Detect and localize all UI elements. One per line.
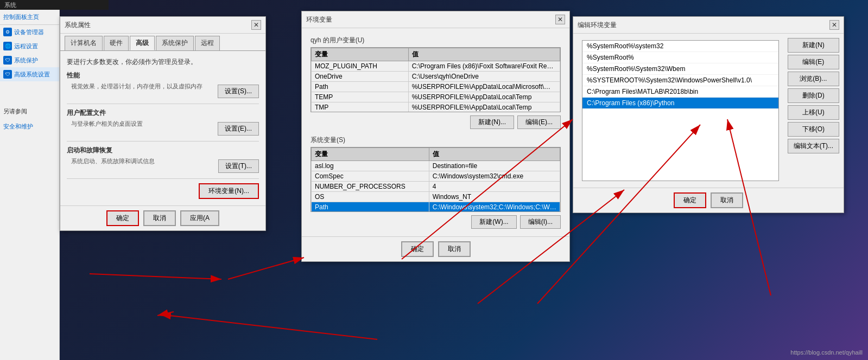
sys-props-tabs: 计算机名 硬件 高级 系统保护 远程 bbox=[60, 34, 265, 51]
sys-vars-table-container: 变量 值 asl.logDestination=fileComSpecC:\Wi… bbox=[311, 147, 561, 212]
device-manager-label: 设备管理器 bbox=[14, 28, 44, 36]
sys-vars-col-var: 变量 bbox=[312, 148, 429, 161]
remote-label: 远程设置 bbox=[14, 42, 38, 50]
edit-env-cancel-btn[interactable]: 取消 bbox=[711, 192, 743, 208]
tab-remote[interactable]: 远程 bbox=[195, 36, 220, 50]
sidebar-item-advanced[interactable]: 🛡 高级系统设置 bbox=[0, 67, 59, 81]
profile-title: 用户配置文件 bbox=[67, 108, 259, 118]
perf-section: 性能 设置(S)... 视觉效果，处理器计划，内存使用，以及虚拟内存 bbox=[67, 71, 259, 98]
advanced-icon: 🛡 bbox=[3, 70, 12, 79]
edit-env-list-item[interactable]: %SystemRoot%\system32 bbox=[582, 41, 778, 52]
watermark: https://blog.csdn.net/qyhaill bbox=[790, 349, 863, 356]
user-var-row[interactable]: OneDriveC:\Users\qyh\OneDrive bbox=[312, 72, 560, 82]
edit-env-list-item[interactable]: %SystemRoot% bbox=[582, 52, 778, 63]
sys-var-name: OS bbox=[312, 192, 429, 202]
sidebar-item-protection[interactable]: 🛡 系统保护 bbox=[0, 53, 59, 67]
tab-hardware[interactable]: 硬件 bbox=[104, 36, 129, 50]
svg-line-6 bbox=[160, 314, 377, 339]
user-var-row[interactable]: MOZ_PLUGIN_PATHC:\Program Files (x86)\Fo… bbox=[312, 61, 560, 72]
edit-env-side-buttons: 新建(N) 编辑(E) 浏览(B)... 删除(D) 上移(U) 下移(O) 编… bbox=[788, 38, 839, 183]
advanced-label: 高级系统设置 bbox=[14, 70, 50, 79]
edit-env-list-item[interactable]: C:\Program Files\MATLAB\R2018b\bin bbox=[582, 86, 778, 98]
control-panel-home[interactable]: 控制面板主页 bbox=[0, 10, 59, 25]
sys-var-row[interactable]: PathC:\Windows\system32;C:\Windows;C:\Wi… bbox=[312, 202, 560, 213]
env-vars-titlebar: 环境变量 ✕ bbox=[302, 11, 569, 28]
sidebar-item-remote[interactable]: 🌐 远程设置 bbox=[0, 39, 59, 53]
edit-down-btn[interactable]: 下移(O) bbox=[788, 122, 839, 137]
env-vars-close[interactable]: ✕ bbox=[555, 15, 565, 24]
sys-vars-buttons: 新建(W)... 编辑(I)... bbox=[306, 212, 565, 232]
user-vars-col-var: 变量 bbox=[312, 48, 409, 61]
sys-var-val: C:\Windows\system32\cmd.exe bbox=[429, 171, 560, 182]
sys-props-titlebar: 系统属性 ✕ bbox=[60, 17, 265, 34]
tab-advanced[interactable]: 高级 bbox=[130, 36, 155, 50]
user-var-row[interactable]: TMP%USERPROFILE%\AppData\Local\Temp bbox=[312, 102, 560, 113]
user-var-val: %USERPROFILE%\AppData\Local\Temp bbox=[408, 92, 560, 102]
user-var-name: OneDrive bbox=[312, 72, 409, 82]
edit-browse-btn[interactable]: 浏览(B)... bbox=[788, 72, 839, 86]
edit-up-btn[interactable]: 上移(U) bbox=[788, 105, 839, 120]
user-var-name: Path bbox=[312, 82, 409, 92]
env-vars-cancel-btn[interactable]: 取消 bbox=[438, 241, 471, 257]
sys-vars-title: 系统变量(S) bbox=[306, 132, 565, 147]
sys-edit-btn[interactable]: 编辑(I)... bbox=[520, 215, 561, 229]
sys-props-apply-btn[interactable]: 应用(A bbox=[180, 210, 219, 226]
sys-props-ok-btn[interactable]: 确定 bbox=[106, 210, 139, 226]
user-var-val: C:\Users\qyh\OneDrive bbox=[408, 72, 560, 82]
startup-section: 启动和故障恢复 设置(T)... 系统启动、系统故障和调试信息 bbox=[67, 146, 259, 173]
edit-env-ok-btn[interactable]: 确定 bbox=[674, 192, 706, 208]
env-vars-controls: ✕ bbox=[555, 15, 565, 24]
sys-var-row[interactable]: OSWindows_NT bbox=[312, 192, 560, 202]
sys-props-cancel-btn[interactable]: 取消 bbox=[143, 210, 176, 226]
user-var-row[interactable]: TEMP%USERPROFILE%\AppData\Local\Temp bbox=[312, 92, 560, 102]
edit-env-body: %SystemRoot%\system32%SystemRoot%%System… bbox=[573, 34, 844, 188]
also-see-label: 另请参阅 bbox=[0, 103, 59, 120]
tab-sys-protection[interactable]: 系统保护 bbox=[156, 36, 194, 50]
perf-title: 性能 bbox=[67, 71, 259, 80]
env-vars-btn[interactable]: 环境变量(N)... bbox=[199, 183, 259, 199]
sys-var-row[interactable]: ComSpecC:\Windows\system32\cmd.exe bbox=[312, 171, 560, 182]
edit-env-list-item[interactable]: C:\Program Files (x86)\Python bbox=[582, 98, 778, 109]
sys-var-val: Windows_NT bbox=[429, 192, 560, 202]
edit-env-list-item[interactable]: %SYSTEMROOT%\System32\WindowsPowerShell\… bbox=[582, 75, 778, 86]
remote-icon: 🌐 bbox=[3, 42, 12, 50]
user-vars-table-container: 变量 值 MOZ_PLUGIN_PATHC:\Program Files (x8… bbox=[311, 47, 561, 112]
edit-env-titlebar: 编辑环境变量 ✕ bbox=[573, 17, 844, 34]
security-label: 安全和维护 bbox=[3, 123, 33, 131]
edit-text-btn[interactable]: 编辑文本(T)... bbox=[788, 139, 839, 153]
sys-props-info: 要进行大多数更改，你必须作为管理员登录。 bbox=[67, 57, 259, 67]
startup-settings-btn[interactable]: 设置(T)... bbox=[218, 159, 259, 173]
sys-props-content: 要进行大多数更改，你必须作为管理员登录。 性能 设置(S)... 视觉效果，处理… bbox=[60, 51, 265, 205]
protection-label: 系统保护 bbox=[14, 56, 38, 65]
sys-props-close[interactable]: ✕ bbox=[251, 20, 261, 30]
profile-section: 用户配置文件 设置(E)... 与登录帐户相关的桌面设置 bbox=[67, 108, 259, 136]
user-var-name: TMP bbox=[312, 102, 409, 113]
env-vars-ok-btn[interactable]: 确定 bbox=[401, 241, 434, 257]
sys-new-btn[interactable]: 新建(W)... bbox=[471, 215, 516, 229]
sys-var-row[interactable]: asl.logDestination=file bbox=[312, 161, 560, 171]
edit-delete-btn[interactable]: 删除(D) bbox=[788, 88, 839, 103]
edit-new-btn[interactable]: 新建(N) bbox=[788, 38, 839, 53]
profile-settings-btn[interactable]: 设置(E)... bbox=[218, 122, 259, 136]
edit-env-controls: ✕ bbox=[829, 20, 839, 30]
sys-var-row[interactable]: NUMBER_OF_PROCESSORS4 bbox=[312, 182, 560, 192]
edit-edit-btn[interactable]: 编辑(E) bbox=[788, 55, 839, 69]
user-vars-title: qyh 的用户变量(U) bbox=[306, 33, 565, 47]
device-manager-icon: ⚙ bbox=[3, 28, 12, 36]
tab-computer-name[interactable]: 计算机名 bbox=[65, 36, 103, 50]
edit-env-window: 编辑环境变量 ✕ %SystemRoot%\system32%SystemRoo… bbox=[573, 16, 844, 213]
user-var-name: TEMP bbox=[312, 92, 409, 102]
user-new-btn[interactable]: 新建(N)... bbox=[470, 115, 514, 129]
edit-env-close[interactable]: ✕ bbox=[829, 20, 839, 30]
perf-settings-btn[interactable]: 设置(S)... bbox=[218, 85, 259, 98]
user-edit-btn[interactable]: 编辑(E)... bbox=[517, 115, 561, 129]
user-var-row[interactable]: Path%USERPROFILE%\AppData\Local\Microsof… bbox=[312, 82, 560, 92]
sidebar-item-device-manager[interactable]: ⚙ 设备管理器 bbox=[0, 25, 59, 39]
user-vars-buttons: 新建(N)... 编辑(E)... bbox=[306, 112, 565, 132]
user-var-val: C:\Program Files (x86)\Foxit Software\Fo… bbox=[408, 61, 560, 72]
edit-env-list-item[interactable]: %SystemRoot%\System32\Wbem bbox=[582, 63, 778, 75]
sys-var-name: Path bbox=[312, 202, 429, 213]
sys-var-val: 4 bbox=[429, 182, 560, 192]
sidebar-item-security[interactable]: 安全和维护 bbox=[0, 120, 59, 133]
edit-env-list[interactable]: %SystemRoot%\system32%SystemRoot%%System… bbox=[582, 40, 779, 181]
